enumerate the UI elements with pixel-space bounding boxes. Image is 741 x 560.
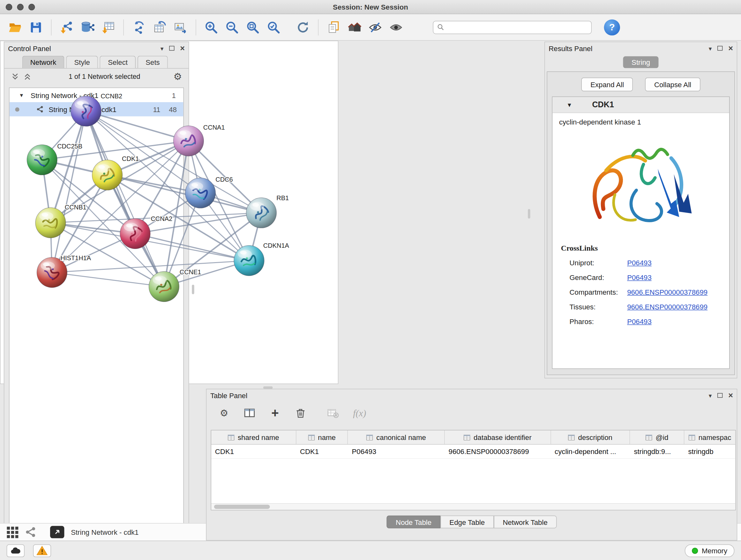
main-toolbar: ? bbox=[0, 14, 741, 41]
network-node-CCNB1[interactable] bbox=[36, 207, 66, 238]
horizontal-scrollbar[interactable] bbox=[211, 503, 735, 510]
table-panel-float-icon[interactable] bbox=[718, 393, 723, 398]
tab-node-table[interactable]: Node Table bbox=[387, 516, 441, 528]
function-builder-icon[interactable]: f(x) bbox=[353, 408, 366, 418]
column-header-id[interactable]: @id bbox=[630, 430, 684, 444]
gene-card-header[interactable]: ▼ CDK1 bbox=[552, 97, 729, 113]
network-node-CDC25B[interactable] bbox=[27, 145, 57, 175]
cell-description: cyclin-dependent ... bbox=[551, 445, 630, 458]
table-row[interactable]: CDK1 CDK1 P06493 9606.ENSP00000378699 cy… bbox=[211, 445, 735, 459]
results-panel-close-icon[interactable]: × bbox=[728, 44, 733, 52]
network-node-CDK1[interactable] bbox=[92, 160, 123, 190]
first-neighbors-button[interactable] bbox=[344, 17, 365, 38]
crosslink-uniprot[interactable]: P06493 bbox=[627, 259, 652, 266]
network-node-HIST1H1A[interactable] bbox=[37, 257, 67, 288]
tab-string[interactable]: String bbox=[623, 56, 658, 68]
copy-document-button[interactable] bbox=[323, 17, 344, 38]
crosslink-genecard[interactable]: P06493 bbox=[627, 273, 652, 281]
network-edge[interactable] bbox=[86, 111, 189, 141]
refresh-button[interactable] bbox=[293, 17, 313, 38]
zoom-fit-button[interactable] bbox=[243, 17, 263, 38]
crosslink-compartments[interactable]: 9606.ENSP00000378699 bbox=[627, 288, 708, 296]
toolbar-separator bbox=[51, 19, 51, 35]
results-panel-float-icon[interactable] bbox=[718, 46, 723, 51]
delete-column-trash-icon[interactable] bbox=[293, 406, 308, 420]
node-label-CDK1: CDK1 bbox=[122, 155, 139, 162]
delete-table-icon[interactable] bbox=[326, 406, 340, 420]
gene-description: cyclin-dependent kinase 1 bbox=[559, 118, 729, 126]
import-table-from-file-button[interactable] bbox=[98, 17, 119, 38]
network-node-CCNA1[interactable] bbox=[173, 126, 204, 156]
network-edge[interactable] bbox=[52, 272, 164, 287]
crosslink-pharos[interactable]: P06493 bbox=[627, 317, 652, 325]
zoom-in-button[interactable] bbox=[201, 17, 221, 38]
node-label-CDC6: CDC6 bbox=[215, 176, 232, 183]
help-button[interactable]: ? bbox=[604, 19, 620, 35]
table-settings-gear-icon[interactable]: ⚙ bbox=[217, 406, 231, 420]
network-node-CCNA2[interactable] bbox=[120, 219, 150, 249]
expand-all-button[interactable]: Expand All bbox=[582, 78, 633, 91]
warnings-button[interactable] bbox=[33, 544, 51, 557]
crosslink-tissues[interactable]: 9606.ENSP00000378699 bbox=[627, 303, 708, 311]
open-in-new-window-button[interactable] bbox=[50, 526, 64, 538]
node-table: shared name name canonical name database… bbox=[211, 430, 736, 510]
zoom-selected-button[interactable] bbox=[263, 17, 284, 38]
show-columns-icon[interactable] bbox=[243, 406, 257, 420]
search-input[interactable] bbox=[447, 23, 588, 32]
add-column-plus-icon[interactable]: + bbox=[268, 406, 282, 420]
network-node-CCNE1[interactable] bbox=[149, 271, 179, 302]
zoom-out-button[interactable] bbox=[222, 17, 243, 38]
network-node-RB1[interactable] bbox=[246, 198, 277, 228]
status-bar: Memory bbox=[0, 541, 741, 560]
table-panel-menu-caret-icon[interactable]: ▾ bbox=[709, 392, 712, 399]
tab-edge-table[interactable]: Edge Table bbox=[441, 516, 494, 528]
column-header-name[interactable]: name bbox=[296, 430, 348, 444]
crosslinks-heading: CrossLinks bbox=[561, 244, 729, 253]
network-edge[interactable] bbox=[107, 175, 261, 213]
bottom-splitter-grip[interactable] bbox=[263, 386, 273, 388]
network-share-small-icon[interactable] bbox=[23, 525, 37, 539]
cloud-status-button[interactable] bbox=[7, 544, 24, 557]
new-table-button[interactable] bbox=[149, 17, 170, 38]
search-box[interactable] bbox=[433, 20, 592, 34]
results-panel-menu-caret-icon[interactable]: ▾ bbox=[709, 45, 712, 52]
scrollbar-thumb[interactable] bbox=[214, 505, 270, 509]
import-network-from-database-button[interactable] bbox=[77, 17, 98, 38]
left-splitter-grip[interactable] bbox=[192, 285, 194, 294]
network-edge[interactable] bbox=[86, 111, 164, 287]
network-node-CCNB2[interactable] bbox=[71, 96, 101, 126]
network-refresh-icon bbox=[132, 20, 146, 34]
node-label-CDC25B: CDC25B bbox=[57, 143, 82, 150]
tab-network-table[interactable]: Network Table bbox=[494, 516, 556, 528]
network-edge[interactable] bbox=[135, 234, 249, 260]
network-graph-canvas[interactable]: CCNB2CCNA1CDC25BCDK1CDC6RB1CCNB1CCNA2CDK… bbox=[0, 41, 337, 366]
question-mark-icon: ? bbox=[609, 22, 615, 33]
table-panel: Table Panel ▾ × ⚙ + bbox=[206, 389, 738, 541]
crosslink-row: Compartments: 9606.ENSP00000378699 bbox=[552, 285, 729, 300]
right-splitter-grip[interactable] bbox=[528, 209, 530, 219]
grid-view-icon[interactable] bbox=[6, 525, 19, 539]
import-network-from-file-button[interactable] bbox=[56, 17, 77, 38]
new-network-button[interactable] bbox=[129, 17, 149, 38]
gene-collapse-caret-icon[interactable]: ▼ bbox=[567, 102, 572, 108]
network-node-CDC6[interactable] bbox=[185, 178, 216, 208]
column-header-shared-name[interactable]: shared name bbox=[211, 430, 296, 444]
open-session-button[interactable] bbox=[5, 17, 25, 38]
collapse-all-button[interactable]: Collapse All bbox=[645, 78, 700, 91]
network-node-CDKN1A[interactable] bbox=[234, 246, 264, 276]
memory-label: Memory bbox=[702, 547, 727, 555]
column-header-description[interactable]: description bbox=[551, 430, 630, 444]
toolbar-separator bbox=[196, 19, 196, 35]
export-image-button[interactable] bbox=[170, 17, 191, 38]
column-header-canonical-name[interactable]: canonical name bbox=[348, 430, 445, 444]
column-header-namespace[interactable]: namespac bbox=[684, 430, 736, 444]
string-results-container: Expand All Collapse All ▼ CDK1 cyclin-de… bbox=[547, 71, 735, 375]
table-panel-close-icon[interactable]: × bbox=[728, 391, 733, 399]
network-edge[interactable] bbox=[52, 111, 86, 272]
show-all-button[interactable] bbox=[386, 17, 406, 38]
gene-name: CDK1 bbox=[592, 100, 614, 110]
column-header-database-identifier[interactable]: database identifier bbox=[445, 430, 551, 444]
hide-selected-button[interactable] bbox=[365, 17, 386, 38]
save-session-button[interactable] bbox=[25, 17, 46, 38]
memory-button[interactable]: Memory bbox=[685, 544, 735, 557]
